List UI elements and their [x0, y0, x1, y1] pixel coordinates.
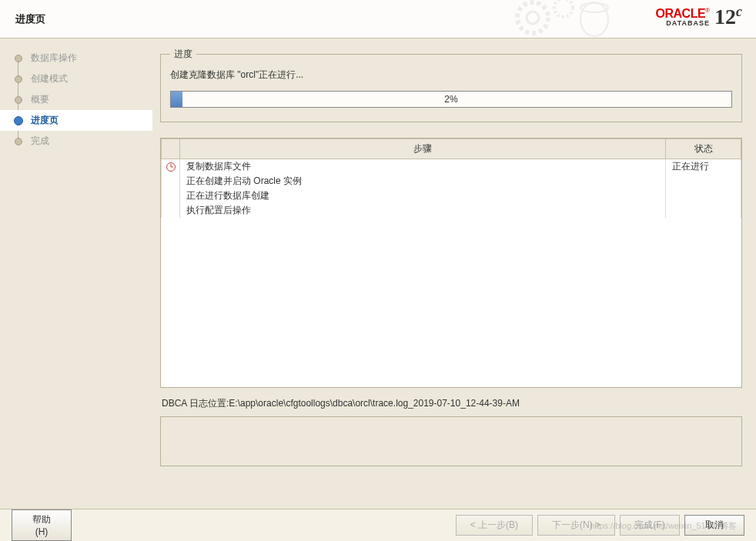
progress-bar-fill [171, 92, 182, 107]
step-icon-cell [162, 159, 180, 175]
col-status: 状态 [666, 139, 741, 159]
nav-item-finish: 完成 [0, 131, 152, 152]
svg-point-3 [580, 2, 608, 36]
cancel-button[interactable]: 取消 [684, 515, 744, 536]
svg-point-1 [527, 12, 539, 24]
step-icon-cell [162, 203, 180, 218]
page-title: 进度页 [15, 12, 45, 26]
progress-section: 进度 创建克隆数据库 "orcl"正在进行... 2% [160, 48, 742, 122]
step-name: 正在进行数据库创建 [180, 189, 666, 203]
steps-table: 步骤 状态 复制数据库文件 正在进行 正在创建并启动 Oracle 实例 [160, 138, 742, 388]
col-step: 步骤 [180, 139, 666, 159]
table-row: 正在进行数据库创建 [162, 189, 741, 203]
gear-decoration [510, 0, 625, 41]
next-button: 下一步(N) > [537, 515, 615, 536]
table-row: 复制数据库文件 正在进行 [162, 159, 741, 175]
brand-text: ORACLE [656, 7, 706, 20]
progress-legend: 进度 [170, 48, 196, 61]
version-text: 12c [714, 4, 742, 29]
step-status: 正在进行 [666, 159, 741, 175]
help-button[interactable]: 帮助(H) [12, 509, 72, 541]
footer: 帮助(H) < 上一步(B) 下一步(N) > 完成(F) 取消 [0, 509, 756, 541]
progress-message: 创建克隆数据库 "orcl"正在进行... [170, 68, 732, 82]
step-name: 执行配置后操作 [180, 203, 666, 218]
step-icon-cell [162, 174, 180, 189]
step-icon-cell [162, 189, 180, 203]
log-path-label: DBCA 日志位置:E:\app\oracle\cfgtoollogs\dbca… [162, 397, 742, 410]
finish-button: 完成(F) [620, 515, 680, 536]
brand-subtitle: DATABASE [656, 19, 710, 27]
step-status [666, 203, 741, 218]
nav-item-create-mode: 创建模式 [0, 68, 152, 89]
svg-point-0 [517, 2, 548, 33]
progress-percent: 2% [444, 94, 457, 105]
oracle-logo: ORACLE® DATABASE 12c [656, 4, 742, 29]
details-box [160, 416, 742, 466]
sidebar: 数据库操作 创建模式 概要 进度页 完成 [0, 38, 152, 509]
progress-bar: 2% [170, 91, 732, 108]
table-row: 正在创建并启动 Oracle 实例 [162, 174, 741, 189]
nav-list: 数据库操作 创建模式 概要 进度页 完成 [0, 48, 152, 152]
step-status [666, 189, 741, 203]
svg-point-2 [554, 0, 573, 17]
step-name: 复制数据库文件 [180, 159, 666, 175]
nav-item-progress: 进度页 [0, 110, 152, 131]
step-name: 正在创建并启动 Oracle 实例 [180, 174, 666, 189]
content-area: 进度 创建克隆数据库 "orcl"正在进行... 2% 步骤 状态 [152, 38, 756, 509]
header: 进度页 ORACLE® DATABASE 12c [0, 0, 756, 38]
col-icon [162, 139, 180, 159]
back-button: < 上一步(B) [456, 515, 533, 536]
step-status [666, 174, 741, 189]
main-container: 数据库操作 创建模式 概要 进度页 完成 进度 创建克隆数据库 "orcl"正在… [0, 38, 756, 509]
nav-item-db-operation: 数据库操作 [0, 48, 152, 68]
nav-item-summary: 概要 [0, 89, 152, 110]
clock-icon [166, 162, 176, 172]
table-row: 执行配置后操作 [162, 203, 741, 218]
